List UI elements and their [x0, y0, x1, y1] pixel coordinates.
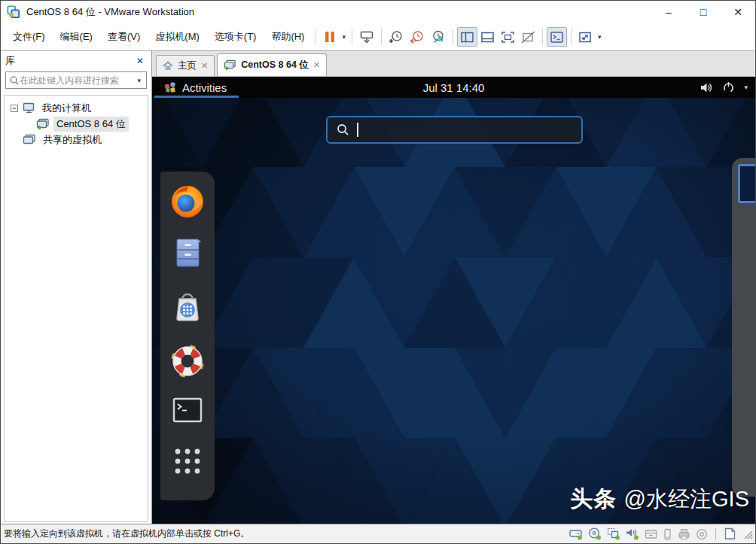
tree-item-shared-vms[interactable]: 共享的虚拟机: [5, 132, 148, 147]
gnome-clock[interactable]: Jul 31 14:40: [423, 81, 485, 94]
menu-edit[interactable]: 编辑(E): [53, 27, 100, 47]
network-adapter-icon[interactable]: [607, 527, 620, 540]
activities-button[interactable]: Activities: [152, 77, 237, 98]
menu-tabs[interactable]: 选项卡(T): [207, 27, 264, 47]
files-icon[interactable]: [169, 233, 206, 269]
library-close-button[interactable]: ✕: [133, 54, 147, 68]
show-library-toggle[interactable]: [457, 27, 477, 47]
shared-vm-icon: [23, 134, 36, 146]
tree-item-label[interactable]: 我的计算机: [39, 101, 94, 116]
workspace-switcher: [732, 158, 755, 497]
unity-mode-button[interactable]: [518, 27, 538, 47]
workspace-thumbnail[interactable]: [738, 164, 755, 203]
console-column: 主页 ✕ CentOS 8 64 位 ✕: [152, 51, 755, 524]
menu-vm[interactable]: 虚拟机(M): [148, 27, 207, 47]
show-thumbnail-bar-toggle[interactable]: [477, 27, 498, 47]
watermark-handle: @水经注GIS: [624, 487, 749, 511]
show-console-button[interactable]: [547, 27, 567, 47]
toolbar-separator: [571, 29, 572, 45]
tab-label[interactable]: 主页: [178, 59, 197, 72]
printer-icon[interactable]: [678, 528, 690, 540]
tree-item-my-computer[interactable]: 我的计算机: [5, 100, 148, 116]
send-ctrl-alt-del-button[interactable]: [356, 27, 377, 47]
removable-tray-icon[interactable]: [645, 528, 657, 540]
status-bar: 要将输入定向到该虚拟机，请在虚拟机内部单击或按 Ctrl+G。: [1, 524, 755, 543]
pause-icon: [324, 30, 336, 44]
tree-item-label[interactable]: CentOS 8 64 位: [53, 117, 129, 132]
terminal-icon[interactable]: [169, 393, 206, 429]
computer-icon: [23, 102, 35, 114]
tree-item-centos-vm[interactable]: CentOS 8 64 位: [5, 116, 148, 132]
fit-guest-button[interactable]: [575, 27, 596, 47]
vm-running-icon: [224, 59, 236, 71]
resize-grip[interactable]: [742, 527, 754, 540]
software-icon[interactable]: [169, 287, 206, 324]
usb-device-icon[interactable]: [663, 528, 672, 540]
fullscreen-button[interactable]: [498, 27, 518, 47]
watermark-prefix: 头条: [570, 486, 623, 511]
home-icon: [163, 61, 173, 71]
tab-close-button[interactable]: ✕: [313, 60, 320, 70]
tab-close-button[interactable]: ✕: [201, 61, 208, 71]
hard-disk-icon[interactable]: [569, 527, 583, 540]
show-thumbnail-bar-icon: [480, 31, 495, 44]
app-grid-icon[interactable]: [169, 445, 206, 477]
disc-icon[interactable]: [696, 528, 708, 540]
tray-chevron-icon: ▾: [744, 84, 748, 91]
library-tree: 我的计算机 CentOS 8 64 位 共享的虚拟机: [4, 95, 148, 522]
search-icon: [9, 75, 20, 86]
gnome-dash: [160, 172, 215, 500]
fit-guest-dropdown-arrow[interactable]: ▾: [596, 33, 604, 41]
close-button[interactable]: ✕: [721, 1, 755, 23]
main-area: 库 ✕ ▾: [1, 51, 755, 524]
tab-strip: 主页 ✕ CentOS 8 64 位 ✕: [152, 51, 755, 77]
message-log-icon[interactable]: [724, 527, 736, 540]
revert-snapshot-icon: [410, 30, 425, 44]
show-library-icon: [460, 31, 474, 44]
menu-help[interactable]: 帮助(H): [264, 27, 312, 47]
library-title: 库: [5, 54, 15, 68]
minimize-button[interactable]: –: [651, 1, 686, 23]
library-search-dropdown-arrow[interactable]: ▾: [135, 77, 143, 84]
tab-label[interactable]: CentOS 8 64 位: [241, 59, 309, 71]
vm-console-screen[interactable]: Activities Jul 31 14:40 ▾: [152, 77, 755, 524]
maximize-button[interactable]: □: [686, 1, 721, 23]
tab-centos-vm[interactable]: CentOS 8 64 位 ✕: [217, 53, 327, 76]
distro-badge-icon: [164, 81, 176, 93]
watermark: 头条 @水经注GIS: [570, 484, 749, 515]
pause-dropdown-arrow[interactable]: ▾: [340, 33, 348, 41]
tree-item-label[interactable]: 共享的虚拟机: [40, 132, 105, 147]
device-status-icons: [569, 527, 754, 540]
take-snapshot-button[interactable]: [386, 27, 407, 47]
firefox-icon[interactable]: [169, 184, 206, 220]
gnome-search-field[interactable]: [326, 116, 583, 144]
search-icon: [337, 123, 349, 136]
manage-snapshots-button[interactable]: [428, 27, 449, 47]
toolbar-separator: [316, 29, 316, 45]
console-icon: [550, 31, 564, 44]
sound-icon[interactable]: [626, 527, 639, 540]
volume-icon: [700, 82, 713, 93]
menu-view[interactable]: 查看(V): [100, 27, 148, 47]
help-icon[interactable]: [169, 343, 206, 379]
vmware-workstation-window: CentOS 8 64 位 - VMware Workstation – □ ✕…: [0, 0, 756, 544]
tree-expander-icon[interactable]: [11, 105, 18, 112]
fullscreen-icon: [501, 31, 515, 44]
desktop-wallpaper: [152, 77, 755, 524]
statusbar-separator: [715, 528, 716, 539]
gnome-system-tray[interactable]: ▾: [700, 77, 748, 98]
revert-snapshot-button[interactable]: [407, 27, 428, 47]
power-icon: [723, 81, 734, 93]
title-bar: CentOS 8 64 位 - VMware Workstation – □ ✕: [1, 1, 755, 23]
tab-home[interactable]: 主页 ✕: [156, 55, 215, 76]
library-search-box[interactable]: ▾: [5, 71, 147, 89]
library-header: 库 ✕: [1, 51, 151, 70]
library-search-input[interactable]: [20, 75, 135, 86]
vmware-logo-icon: [7, 5, 20, 19]
menu-file[interactable]: 文件(F): [5, 27, 53, 47]
library-panel: 库 ✕ ▾: [1, 51, 152, 524]
pause-vm-button[interactable]: [320, 27, 340, 47]
fit-guest-icon: [578, 31, 593, 44]
cd-rom-icon[interactable]: [588, 527, 602, 540]
activities-label[interactable]: Activities: [182, 81, 227, 94]
